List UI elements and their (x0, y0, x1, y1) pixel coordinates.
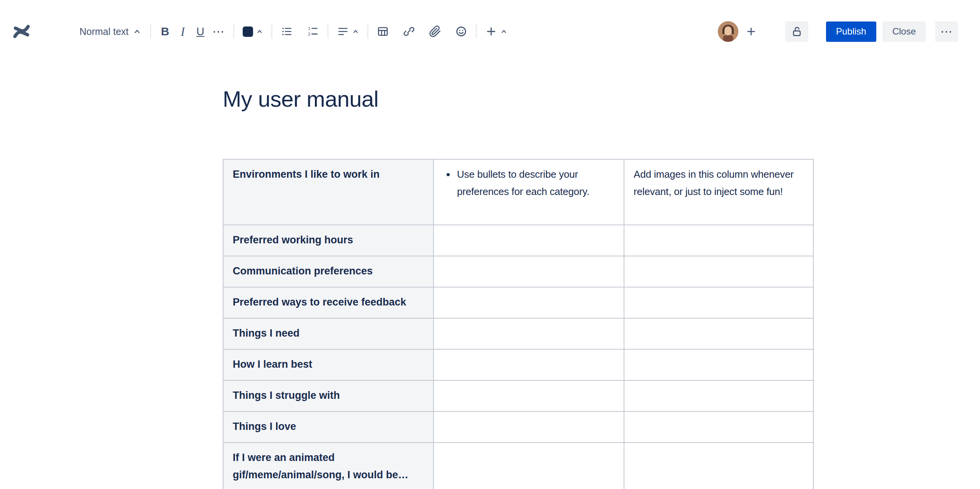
row-label-cell[interactable]: If I were an animated gif/meme/animal/so… (223, 443, 434, 489)
bold-icon: B (161, 26, 169, 37)
table-row: Things I struggle with (223, 380, 813, 411)
table-cell[interactable]: Add images in this column whenever relev… (624, 159, 813, 225)
table-cell[interactable] (624, 287, 813, 318)
toolbar-divider (233, 25, 234, 38)
table-row: How I learn best (223, 349, 813, 380)
table-cell[interactable] (434, 411, 624, 443)
row-label-cell[interactable]: Communication preferences (223, 256, 434, 287)
table-cell[interactable] (624, 380, 813, 411)
editor-toolbar: Normal text B I U ⋯ (0, 0, 980, 63)
toolbar-divider (368, 25, 368, 38)
unlock-icon (791, 25, 803, 38)
more-formatting-button[interactable]: ⋯ (209, 21, 228, 41)
numbered-list-button[interactable]: 1 2 (304, 21, 322, 41)
table-row: Preferred working hours (223, 225, 813, 256)
table-row: Things I love (223, 411, 813, 443)
table-cell[interactable] (434, 225, 624, 256)
plus-icon (485, 25, 497, 38)
paperclip-icon (429, 25, 441, 38)
emoji-button[interactable] (452, 21, 470, 41)
toolbar-divider (150, 25, 151, 38)
chevron-up-icon (352, 28, 359, 35)
table-cell[interactable] (434, 318, 624, 349)
italic-icon: I (181, 26, 185, 38)
italic-button[interactable]: I (174, 21, 192, 41)
table-cell[interactable] (434, 380, 624, 411)
attachment-button[interactable] (426, 21, 444, 41)
toolbar-divider (476, 25, 477, 38)
row-label-cell[interactable]: Preferred ways to receive feedback (223, 287, 434, 318)
publish-button[interactable]: Publish (826, 21, 876, 42)
numbered-list-icon: 1 2 (307, 25, 319, 38)
svg-text:2: 2 (308, 32, 310, 36)
emoji-icon (455, 25, 467, 38)
row-label-cell[interactable]: Things I struggle with (223, 380, 434, 411)
insert-element-dropdown[interactable] (482, 21, 510, 41)
toolbar-divider (271, 25, 272, 38)
row-label-cell[interactable]: How I learn best (223, 349, 434, 380)
chevron-up-icon (500, 28, 507, 35)
text-color-dropdown[interactable] (240, 21, 266, 41)
confluence-logo[interactable] (13, 21, 30, 41)
table-cell[interactable] (434, 349, 624, 380)
alignment-dropdown[interactable] (334, 21, 362, 41)
page-title[interactable]: My user manual (223, 85, 379, 113)
align-left-icon (337, 25, 349, 38)
toolbar-actions: Publish Close ⋯ (718, 21, 958, 42)
user-manual-table: Environments I like to work in Use bulle… (223, 159, 814, 489)
more-actions-icon: ⋯ (940, 25, 953, 38)
avatar[interactable] (718, 21, 738, 42)
insert-table-button[interactable] (374, 21, 392, 41)
table-cell[interactable] (624, 443, 813, 489)
table-row: Environments I like to work in Use bulle… (223, 159, 813, 225)
row-label-cell[interactable]: Environments I like to work in (223, 159, 434, 225)
table-cell[interactable] (624, 411, 813, 443)
restrictions-button[interactable] (785, 21, 808, 42)
add-collaborator-button[interactable] (742, 21, 760, 41)
table-cell[interactable] (624, 225, 813, 256)
table-row: Things I need (223, 318, 813, 349)
text-color-swatch-icon (243, 26, 253, 37)
bullet-item[interactable]: Use bullets to describe your preferences… (455, 166, 613, 200)
table-icon (377, 25, 389, 38)
table-row: Preferred ways to receive feedback (223, 287, 813, 318)
chevron-up-icon (256, 28, 263, 35)
bullet-list-icon (281, 25, 293, 38)
text-style-label: Normal text (79, 26, 129, 37)
bullet-list-button[interactable] (278, 21, 296, 41)
text-style-dropdown[interactable]: Normal text (76, 21, 145, 41)
bullet-list: Use bullets to describe your preferences… (443, 166, 613, 200)
table-cell[interactable] (434, 256, 624, 287)
table-cell[interactable]: Use bullets to describe your preferences… (434, 159, 624, 225)
bold-button[interactable]: B (156, 21, 174, 41)
svg-text:1: 1 (308, 26, 310, 31)
link-icon (403, 25, 415, 38)
table-cell[interactable] (624, 349, 813, 380)
underline-icon: U (196, 26, 204, 37)
table-row: If I were an animated gif/meme/animal/so… (223, 443, 813, 489)
table-row: Communication preferences (223, 256, 813, 287)
row-label-cell[interactable]: Things I need (223, 318, 434, 349)
more-formatting-icon: ⋯ (212, 25, 225, 38)
table-cell[interactable] (434, 287, 624, 318)
close-button[interactable]: Close (882, 21, 926, 42)
more-actions-button[interactable]: ⋯ (935, 21, 958, 42)
formatting-toolbar: Normal text B I U ⋯ (76, 21, 510, 41)
confluence-logo-icon (13, 23, 30, 40)
row-label-cell[interactable]: Preferred working hours (223, 225, 434, 256)
chevron-up-icon (133, 28, 141, 35)
link-button[interactable] (400, 21, 418, 41)
underline-button[interactable]: U (192, 21, 209, 41)
row-label-cell[interactable]: Things I love (223, 411, 434, 443)
table-cell[interactable] (624, 256, 813, 287)
toolbar-divider (328, 25, 328, 38)
plus-icon (745, 26, 757, 37)
table-cell[interactable] (624, 318, 813, 349)
table-cell[interactable] (434, 443, 624, 489)
